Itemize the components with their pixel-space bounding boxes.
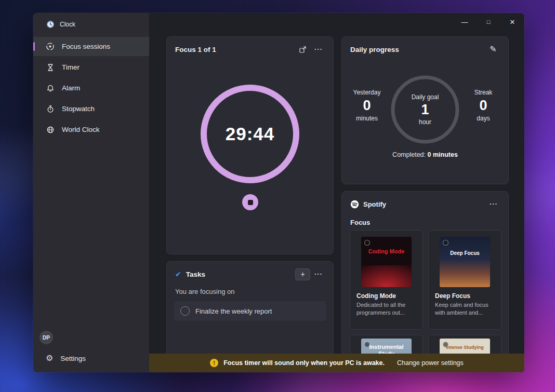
daily-progress-header: Daily progress ✎: [342, 37, 508, 56]
sidebar-item-label: Focus sessions: [62, 43, 110, 50]
tasks-subtitle: You are focusing on: [175, 288, 325, 295]
stat-unit: hour: [419, 118, 431, 126]
tasks-header: ✔ Tasks + ⋯: [167, 262, 333, 280]
sidebar-item-label: Timer: [62, 63, 80, 71]
completed-summary: Completed: 0 minutes: [342, 151, 508, 158]
spotify-brand-label: Spotify: [363, 200, 386, 208]
alarm-bell-icon: [46, 84, 55, 92]
daily-goal-ring: Daily goal 1 hour: [389, 73, 461, 146]
spotify-mini-logo-icon: [364, 240, 370, 246]
spotify-header: Spotify ⋯: [342, 192, 508, 210]
spotify-mini-logo-icon: [443, 240, 448, 246]
app-title-row: Clock: [33, 13, 149, 34]
timer-icon: [46, 63, 55, 72]
daily-goal-stat: Daily goal 1 hour: [389, 73, 461, 146]
maximize-button[interactable]: □: [477, 13, 500, 31]
clock-app-window: Clock Focus sessions: [33, 13, 524, 372]
world-clock-globe-icon: [46, 125, 55, 134]
stop-session-button[interactable]: [242, 194, 258, 210]
playlist-card-coding-mode[interactable]: Coding Mode Coding Mode Dedicated to all…: [350, 230, 423, 330]
more-options-icon[interactable]: ⋯: [310, 268, 326, 280]
daily-progress-title: Daily progress: [350, 46, 399, 53]
stat-value: 0: [460, 98, 506, 114]
sidebar-item-focus-sessions[interactable]: Focus sessions: [33, 37, 149, 56]
task-checkbox[interactable]: [180, 306, 190, 316]
tasks-title: Tasks: [186, 271, 205, 278]
completed-label: Completed:: [392, 151, 426, 158]
sidebar-item-label: Alarm: [62, 84, 80, 92]
focus-timer-ring: 29:44: [198, 82, 302, 186]
user-avatar[interactable]: DP: [39, 331, 53, 344]
playlist-art-text: Intense Studying: [440, 345, 490, 350]
add-task-button[interactable]: +: [295, 268, 310, 280]
main-content: — □ ✕ Focus 1 of 1 ⋯: [149, 13, 524, 372]
close-button[interactable]: ✕: [500, 13, 524, 31]
desktop-wallpaper: Clock Focus sessions: [0, 0, 555, 392]
stat-label: Daily goal: [412, 93, 439, 101]
playlist-description: Dedicated to all the programmers out...: [356, 301, 416, 317]
settings-label: Settings: [60, 355, 86, 362]
timer-remaining-text: 29:44: [198, 82, 302, 186]
stat-unit: days: [460, 115, 506, 122]
stat-label: Streak: [460, 89, 506, 96]
sidebar: Clock Focus sessions: [33, 13, 149, 372]
yesterday-stat: Yesterday 0 minutes: [344, 89, 390, 122]
spotify-section-title: Focus: [342, 210, 508, 226]
window-titlebar: — □ ✕: [453, 13, 524, 31]
daily-progress-card: Daily progress ✎ Yesterday 0 minutes Dai…: [341, 36, 509, 184]
playlist-card-deep-focus[interactable]: Deep Focus Deep Focus Keep calm and focu…: [428, 230, 501, 330]
playlist-art-text: Deep Focus: [440, 250, 490, 256]
sidebar-item-stopwatch[interactable]: Stopwatch: [33, 99, 149, 118]
tasks-check-icon: ✔: [175, 271, 181, 278]
sidebar-item-alarm[interactable]: Alarm: [33, 78, 149, 98]
banner-message: Focus timer will sound only when your PC…: [223, 359, 385, 367]
playlist-title: Deep Focus: [435, 292, 495, 300]
more-options-icon[interactable]: ⋯: [485, 198, 501, 210]
sidebar-item-world-clock[interactable]: World Clock: [33, 120, 149, 139]
playlist-art: Deep Focus: [440, 237, 490, 287]
streak-stat: Streak 0 days: [460, 89, 506, 122]
stopwatch-icon: [46, 104, 55, 113]
spotify-logo-icon: [350, 200, 359, 209]
minimize-button[interactable]: —: [453, 13, 477, 31]
warning-icon: !: [210, 359, 218, 367]
sidebar-item-label: World Clock: [62, 126, 100, 133]
selected-accent-bar: [33, 42, 35, 51]
focus-card-header: Focus 1 of 1 ⋯: [167, 37, 333, 56]
app-title: Clock: [60, 21, 75, 28]
more-options-icon[interactable]: ⋯: [310, 43, 326, 56]
playlist-title: Coding Mode: [356, 292, 416, 300]
power-warning-banner: ! Focus timer will sound only when your …: [149, 354, 524, 372]
playlist-art-text: Coding Mode: [361, 248, 412, 255]
completed-value: 0 minutes: [428, 151, 458, 158]
spotify-card: Spotify ⋯ Focus Coding Mode Coding Mode …: [341, 191, 509, 367]
stat-unit: minutes: [344, 115, 390, 122]
clock-app-icon: [46, 20, 55, 29]
popout-icon[interactable]: [295, 43, 310, 56]
sidebar-item-timer[interactable]: Timer: [33, 58, 149, 77]
task-label: Finalize the weekly report: [195, 307, 272, 315]
stat-value: 0: [344, 98, 390, 114]
sidebar-nav: Focus sessions Timer: [33, 37, 149, 139]
focus-session-card: Focus 1 of 1 ⋯ 29:44: [166, 36, 334, 254]
playlist-description: Keep calm and focus with ambient and...: [435, 301, 495, 317]
edit-pencil-icon[interactable]: ✎: [485, 43, 501, 56]
task-item[interactable]: Finalize the weekly report: [174, 301, 326, 321]
stat-value: 1: [421, 102, 429, 118]
focus-sessions-icon: [46, 42, 55, 51]
sidebar-bottom: DP ⚙ Settings: [33, 331, 149, 372]
stat-label: Yesterday: [344, 89, 390, 96]
sidebar-item-settings[interactable]: ⚙ Settings: [33, 348, 149, 368]
sidebar-item-label: Stopwatch: [62, 105, 95, 113]
focus-card-title: Focus 1 of 1: [175, 46, 216, 53]
gear-icon: ⚙: [46, 354, 53, 362]
stop-icon: [248, 200, 253, 205]
playlist-art: Coding Mode: [361, 237, 412, 287]
change-power-settings-link[interactable]: Change power settings: [397, 359, 464, 367]
